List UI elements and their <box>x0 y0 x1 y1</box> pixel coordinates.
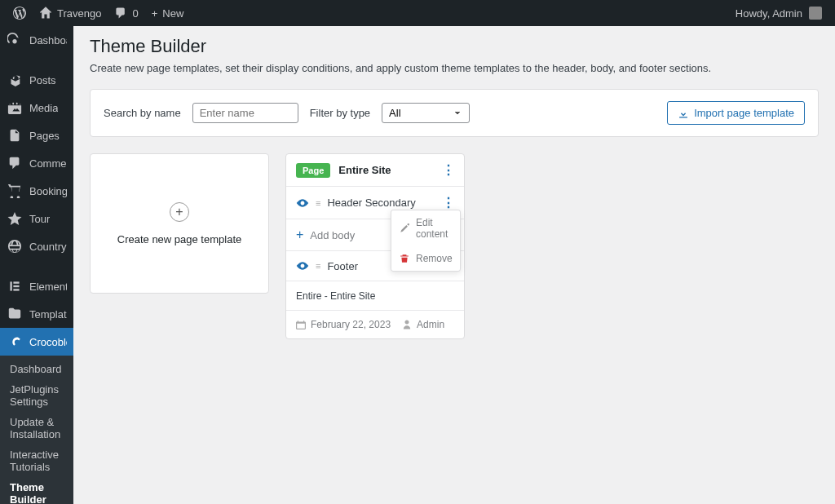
menu-label: Dashboard <box>29 34 67 46</box>
plus-icon: + <box>152 7 158 20</box>
dropdown-remove[interactable]: Remove <box>391 246 460 271</box>
menu-label: Templates <box>29 308 67 321</box>
menu-media[interactable]: Media <box>0 94 73 122</box>
search-label: Search by name <box>104 107 181 119</box>
comment-icon <box>114 7 127 20</box>
dropdown-remove-label: Remove <box>416 253 453 264</box>
menu-dashboard[interactable]: Dashboard <box>0 26 73 54</box>
trash-icon <box>400 254 409 263</box>
menu-comments[interactable]: Comments <box>0 149 73 177</box>
submenu-theme-builder[interactable]: Theme Builder <box>0 477 73 504</box>
wp-logo[interactable] <box>7 0 33 26</box>
row-label: Header Secondary <box>327 197 415 209</box>
star-icon <box>7 210 23 227</box>
menu-label: Posts <box>29 74 56 86</box>
date-text: February 22, 2023 <box>311 319 391 330</box>
row-menu-button[interactable]: ⋮ <box>442 195 454 210</box>
new-label: New <box>162 7 183 20</box>
svg-rect-0 <box>10 281 11 290</box>
site-name-link[interactable]: Travengo <box>33 0 108 26</box>
section-row-header[interactable]: ≡ Header Secondary ⋮ Edit content Remove <box>286 187 464 219</box>
download-icon <box>678 108 689 119</box>
menu-label: Country <box>29 241 67 253</box>
filter-toolbar: Search by name Filter by type All Import… <box>90 89 819 137</box>
admin-sidebar: Dashboard Posts Media Pages Comments Boo… <box>0 26 73 504</box>
comments-count: 0 <box>132 7 138 20</box>
dropdown-edit-label: Edit content <box>416 217 452 240</box>
home-icon <box>39 7 52 20</box>
menu-templates[interactable]: Templates <box>0 300 73 328</box>
grip-icon: ≡ <box>316 261 320 271</box>
admin-top-bar: Travengo 0 + New Howdy, Admin <box>0 0 835 26</box>
menu-tour[interactable]: Tour <box>0 205 73 232</box>
grip-icon: ≡ <box>316 198 320 208</box>
row-label: Footer <box>327 260 358 272</box>
pin-icon <box>7 72 23 88</box>
svg-rect-3 <box>13 289 19 290</box>
filter-label: Filter by type <box>310 107 370 119</box>
date-item: February 22, 2023 <box>296 319 391 330</box>
submenu-update[interactable]: Update & Installation <box>0 412 73 444</box>
main-content: Theme Builder Create new page templates,… <box>73 26 835 504</box>
page-icon <box>7 127 23 144</box>
card-title: Entire Site <box>338 164 391 176</box>
menu-label: Tour <box>29 213 50 225</box>
submenu-crocoblock: Dashboard JetPlugins Settings Update & I… <box>0 356 73 504</box>
menu-crocoblock[interactable]: Crocoblock <box>0 328 73 356</box>
menu-posts[interactable]: Posts <box>0 66 73 94</box>
menu-label: Pages <box>29 130 60 142</box>
wordpress-icon <box>13 7 26 20</box>
plus-icon: + <box>170 202 189 222</box>
add-label: Add body <box>310 229 355 241</box>
user-greeting[interactable]: Howdy, Admin <box>729 7 828 20</box>
search-input[interactable] <box>192 103 298 123</box>
cart-icon <box>7 183 23 199</box>
avatar <box>809 7 822 20</box>
import-label: Import page template <box>694 107 794 119</box>
crocoblock-icon <box>7 334 23 350</box>
svg-rect-2 <box>13 285 19 287</box>
dropdown-edit[interactable]: Edit content <box>391 210 460 246</box>
menu-label: Crocoblock <box>29 336 67 348</box>
folder-icon <box>7 306 23 322</box>
page-title: Theme Builder <box>90 36 819 57</box>
elementor-icon <box>7 278 23 294</box>
author-item: Admin <box>402 319 444 330</box>
menu-label: Booking Order <box>29 185 67 197</box>
submenu-jetplugins[interactable]: JetPlugins Settings <box>0 379 73 412</box>
menu-booking-order[interactable]: Booking Order <box>0 177 73 205</box>
submenu-dashboard[interactable]: Dashboard <box>0 359 73 379</box>
menu-label: Media <box>29 102 58 114</box>
comments-link[interactable]: 0 <box>108 0 144 26</box>
card-menu-button[interactable]: ⋮ <box>442 162 454 178</box>
menu-country[interactable]: Country <box>0 232 73 260</box>
menu-elementor[interactable]: Elementor <box>0 272 73 300</box>
media-icon <box>7 99 23 116</box>
card-meta: Entire - Entire Site <box>286 281 464 311</box>
visibility-icon <box>296 259 309 272</box>
author-text: Admin <box>417 319 444 330</box>
page-description: Create new page templates, set their dis… <box>90 62 819 74</box>
import-button[interactable]: Import page template <box>667 101 805 125</box>
comment-icon <box>7 155 23 171</box>
globe-icon <box>7 238 23 254</box>
pencil-icon <box>400 223 409 233</box>
type-badge: Page <box>296 163 330 178</box>
menu-label: Elementor <box>29 281 67 293</box>
card-footer: February 22, 2023 Admin <box>286 311 464 338</box>
menu-label: Comments <box>29 157 67 170</box>
calendar-icon <box>296 320 306 329</box>
menu-pages[interactable]: Pages <box>0 122 73 149</box>
new-link[interactable]: + New <box>145 0 191 26</box>
user-icon <box>402 320 412 329</box>
svg-rect-1 <box>13 281 19 283</box>
submenu-tutorials[interactable]: Interactive Tutorials <box>0 444 73 477</box>
type-select[interactable]: All <box>382 103 470 123</box>
card-header: Page Entire Site ⋮ <box>286 154 464 187</box>
template-card: Page Entire Site ⋮ ≡ Header Secondary ⋮ … <box>285 153 465 339</box>
greeting-text: Howdy, Admin <box>736 7 802 20</box>
plus-icon: + <box>296 228 303 242</box>
row-dropdown: Edit content Remove <box>391 210 461 272</box>
create-template-card[interactable]: + Create new page template <box>90 153 269 294</box>
site-name: Travengo <box>57 7 101 20</box>
